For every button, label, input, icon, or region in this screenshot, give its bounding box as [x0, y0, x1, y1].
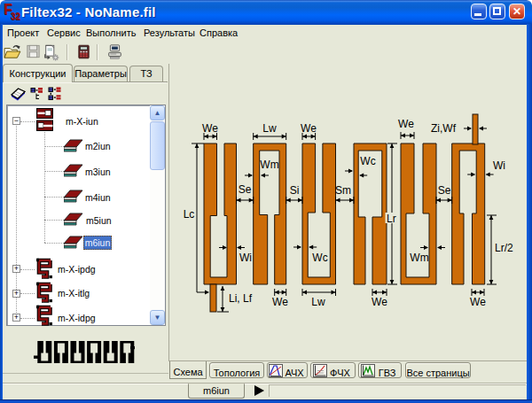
- svg-text:Li, Lf: Li, Lf: [229, 292, 253, 305]
- svg-text:Wi: Wi: [493, 159, 505, 172]
- svg-text:Wm: Wm: [410, 252, 428, 264]
- svg-text:Lc: Lc: [184, 208, 195, 221]
- svg-text:We: We: [272, 296, 288, 308]
- svg-text:Se: Se: [239, 183, 252, 196]
- svg-text:Wc: Wc: [312, 252, 327, 264]
- svg-text:We: We: [398, 118, 414, 130]
- svg-text:We: We: [202, 122, 218, 135]
- svg-text:We: We: [301, 122, 317, 135]
- svg-text:We: We: [372, 296, 387, 308]
- svg-text:Zi,Wf: Zi,Wf: [431, 122, 457, 135]
- svg-text:Wm: Wm: [260, 159, 278, 171]
- svg-text:Lr: Lr: [387, 213, 396, 225]
- svg-text:We: We: [470, 296, 486, 308]
- svg-text:Wc: Wc: [360, 155, 375, 167]
- svg-text:Lr/2: Lr/2: [495, 242, 513, 254]
- svg-text:Se: Se: [438, 184, 451, 197]
- svg-text:Wi: Wi: [239, 252, 252, 264]
- svg-text:Lw: Lw: [262, 122, 277, 135]
- svg-text:Sm: Sm: [335, 184, 351, 197]
- svg-text:Lw: Lw: [311, 296, 325, 308]
- svg-text:Si: Si: [290, 184, 300, 197]
